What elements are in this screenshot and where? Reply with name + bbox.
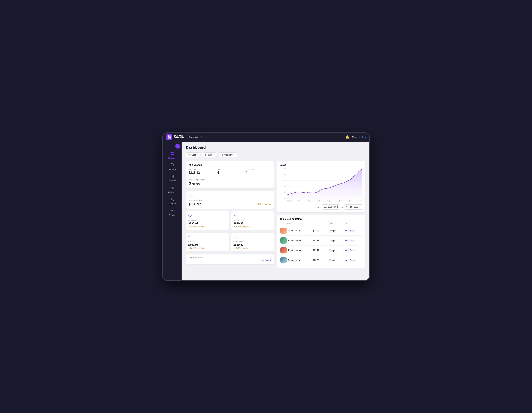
- date-filter[interactable]: Date ▾: [186, 152, 200, 157]
- gross-profit-card: Gross Profit $890.97 ↗ 10.07% from June: [231, 232, 274, 251]
- col-sold: Sold: [329, 222, 345, 224]
- avg-order-row: $890.97 ↗ 10.07% from June: [189, 202, 271, 206]
- sidebar-item-label: Customers: [168, 203, 176, 205]
- sidebar-item-settings[interactable]: Settings: [164, 207, 180, 218]
- svg-rect-0: [168, 136, 169, 137]
- category-filter[interactable]: Category ▾: [218, 152, 237, 157]
- page-title: Dashboard: [186, 145, 365, 150]
- status-cell: In Stock: [345, 229, 362, 232]
- svg-rect-6: [171, 154, 172, 155]
- type-filter[interactable]: Type ▾: [202, 152, 217, 157]
- employee-icon: [170, 186, 174, 191]
- trending-up-icon: ↗: [256, 203, 257, 205]
- sidebar-toggle-button[interactable]: ›: [175, 144, 180, 149]
- status-dot: [345, 259, 347, 261]
- date-from-value: Sep 18 / 2023: [324, 206, 336, 208]
- purchasing-power-card: Purchasing Power Edit Budget: [186, 254, 274, 264]
- sidebar-item-sell-trade[interactable]: Sell/Trade: [164, 161, 180, 172]
- gross-profit-change-text: 10.07% from June: [235, 247, 249, 249]
- date-filter-label: Date: [191, 154, 196, 156]
- chevron-down-icon: ▾: [197, 154, 198, 156]
- y-label: 20.00: [280, 174, 287, 176]
- notifications-icon[interactable]: 🔔: [345, 135, 349, 139]
- svg-point-11: [172, 187, 173, 188]
- col-price: Price: [313, 222, 329, 224]
- chart-container: 100.00 80.00 60.00 40.00 20.00 0.00: [280, 168, 362, 203]
- svg-point-16: [206, 155, 206, 155]
- edit-budget-button[interactable]: Edit Budget: [261, 259, 271, 262]
- svg-rect-7: [172, 154, 174, 155]
- sidebar: › Dashboard: [163, 142, 182, 280]
- svg-point-17: [205, 155, 205, 156]
- status-cell: In Stock: [345, 259, 362, 261]
- sidebar-item-dashboard[interactable]: Dashboard: [164, 150, 180, 161]
- trade-ins-label: Trade Ins: [246, 168, 271, 170]
- x-label: Sep 23: [338, 200, 342, 202]
- total-sales-label: Total Sales: [189, 168, 214, 170]
- svg-point-13: [172, 210, 173, 211]
- sales-label: Sales: [217, 168, 243, 170]
- trade-in-change-text: 10.07% from June: [235, 226, 249, 228]
- product-thumbnail: [280, 247, 287, 254]
- at-a-glance-card: At a Glance Total Sales $118.12 Sales 4: [186, 161, 274, 188]
- y-label: 40.00: [280, 180, 287, 182]
- svg-rect-2: [168, 137, 169, 138]
- col-status: Status: [345, 222, 362, 224]
- svg-rect-4: [171, 152, 172, 154]
- sidebar-item-employee[interactable]: Employee: [164, 184, 180, 195]
- svg-rect-21: [222, 154, 223, 155]
- svg-point-35: [307, 192, 308, 193]
- date-range-row: From: Sep 18 / 2023 ⬆⬇ to Sep 25 / 2023 …: [280, 204, 362, 210]
- sidebar-item-label: Sell/Trade: [168, 168, 176, 170]
- chart-area: [287, 168, 362, 199]
- date-to-value: Sep 25 / 2023: [346, 206, 358, 208]
- chevron-down-icon: ▾: [213, 154, 214, 156]
- svg-rect-1: [169, 136, 171, 137]
- svg-rect-22: [221, 155, 222, 156]
- table-row: Product name $23.99 250 pcs In Stock: [280, 246, 362, 255]
- returns-change-text: 10.07% from June: [190, 247, 204, 249]
- product-thumbnail: [280, 228, 287, 234]
- date-from-picker[interactable]: Sep 18 / 2023 ⬆⬇: [322, 204, 340, 210]
- location-selector[interactable]: San Jose ▾: [187, 135, 202, 139]
- glance-stats: Total Sales $118.12 Sales 4 Trade Ins 4: [189, 168, 271, 174]
- sidebar-item-label: Settings: [169, 214, 175, 216]
- svg-rect-3: [169, 137, 171, 138]
- customers-icon: [170, 197, 174, 202]
- sales-chart-card: Sales 100.00 80.00 60.00 40.00 20.00 0.0…: [277, 161, 365, 212]
- sidebar-item-customers[interactable]: Customers: [164, 196, 180, 206]
- x-axis-labels: Sep 18 Sep 19 Sep 20 Sep 21 Sep 22 Sep 2…: [287, 200, 362, 202]
- avg-order-change-text: 10.07% from June: [257, 203, 271, 205]
- svg-point-25: [190, 196, 190, 196]
- table-row: Product name $23.99 250 pcs In Stock: [280, 236, 362, 246]
- trade-in-card: Trade In $890.97 ↗ 10.07% from June: [231, 211, 274, 230]
- inventory-icon: [170, 174, 174, 179]
- to-label: to: [341, 206, 343, 208]
- status-text: In Stock: [347, 249, 355, 252]
- price-cell: $23.99: [313, 229, 329, 232]
- at-a-glance-title: At a Glance: [189, 164, 271, 166]
- brand-name: GAME TIME HOBBY SHOP: [174, 135, 184, 139]
- sidebar-item-inventory[interactable]: Inventory: [164, 173, 180, 184]
- sold-cell: 250 pcs: [329, 239, 345, 242]
- table-row: Product name $23.99 250 pcs In Stock: [280, 255, 362, 265]
- user-menu[interactable]: Michael 👤 ▾: [352, 136, 366, 138]
- date-to-picker[interactable]: Sep 25 / 2023 ⬆⬇: [344, 204, 362, 210]
- svg-rect-20: [221, 154, 222, 155]
- gross-profit-label: Gross Profit: [233, 241, 272, 243]
- best-selling-label: Best Selling Category: [189, 179, 271, 181]
- status-dot: [345, 240, 347, 241]
- left-column: At a Glance Total Sales $118.12 Sales 4: [186, 161, 274, 268]
- trade-in-value: $890.97: [233, 222, 272, 225]
- returns-label: Returns: [188, 241, 227, 243]
- status-text: In Stock: [347, 239, 355, 242]
- trade-in-icon: [233, 214, 272, 218]
- svg-point-28: [189, 214, 191, 217]
- product-name: Product name: [288, 259, 301, 261]
- x-label: Sep 18: [287, 200, 292, 202]
- status-dot: [345, 250, 347, 251]
- cost-change-text: 10.07% from June: [190, 226, 204, 228]
- gross-profit-icon: [233, 235, 272, 239]
- table-row: Product name $23.99 250 pcs In Stock: [280, 226, 362, 236]
- returns-value: $890.97: [188, 243, 227, 246]
